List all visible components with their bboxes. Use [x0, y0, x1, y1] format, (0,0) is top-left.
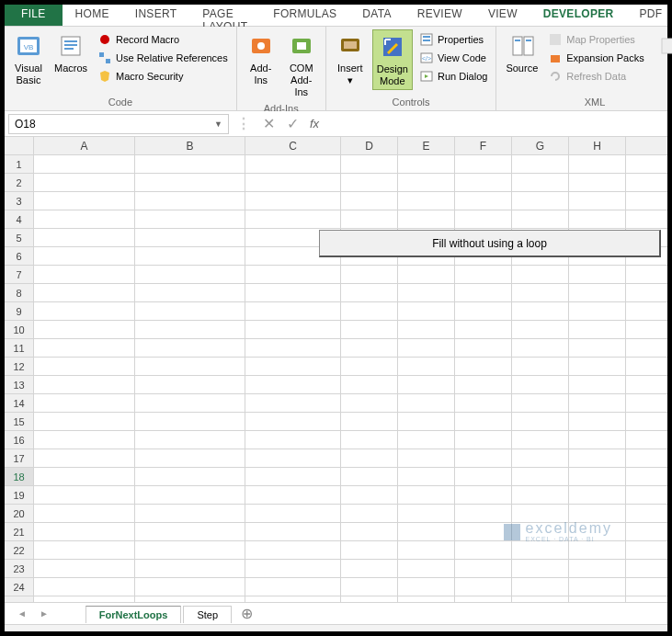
- cell[interactable]: [626, 596, 667, 602]
- col-header-g[interactable]: G: [512, 137, 569, 155]
- cell[interactable]: [512, 560, 569, 578]
- cell[interactable]: [135, 155, 245, 174]
- cell[interactable]: [398, 596, 455, 602]
- cell[interactable]: [569, 174, 626, 192]
- row-header[interactable]: 17: [5, 449, 34, 468]
- visual-basic-button[interactable]: VB VisualBasic: [10, 29, 47, 88]
- cell[interactable]: [626, 523, 667, 541]
- cell[interactable]: [569, 266, 626, 284]
- cell[interactable]: [245, 321, 341, 339]
- cell[interactable]: [626, 449, 667, 468]
- fill-without-loop-button[interactable]: Fill without using a loop: [319, 230, 661, 257]
- cell[interactable]: [34, 394, 135, 413]
- cell[interactable]: [569, 321, 626, 339]
- add-sheet-button[interactable]: ⊕: [233, 605, 260, 622]
- cell[interactable]: [135, 449, 245, 468]
- cell[interactable]: [626, 468, 667, 486]
- row-header[interactable]: 22: [5, 541, 34, 560]
- row-header[interactable]: 14: [5, 394, 34, 413]
- row-header[interactable]: 6: [5, 247, 34, 266]
- cell[interactable]: [398, 284, 455, 302]
- cell[interactable]: [455, 505, 512, 523]
- source-button[interactable]: Source: [502, 29, 541, 76]
- cell[interactable]: [398, 302, 455, 321]
- cell[interactable]: [341, 358, 398, 376]
- cell[interactable]: [398, 155, 455, 174]
- cell[interactable]: [135, 174, 245, 192]
- sheet-tab-fornextloops[interactable]: ForNextLoops: [85, 606, 182, 623]
- cell[interactable]: [135, 596, 245, 602]
- cell[interactable]: [569, 284, 626, 302]
- cell[interactable]: [135, 394, 245, 413]
- cell[interactable]: [626, 210, 667, 229]
- cell[interactable]: [34, 596, 135, 602]
- cell[interactable]: [398, 394, 455, 413]
- cell[interactable]: [34, 229, 135, 247]
- cell[interactable]: [626, 321, 667, 339]
- cancel-formula-button[interactable]: ✕: [258, 114, 279, 134]
- cell[interactable]: [341, 174, 398, 192]
- cell[interactable]: [512, 449, 569, 468]
- cell[interactable]: [245, 468, 341, 486]
- cell[interactable]: [245, 174, 341, 192]
- cell[interactable]: [626, 174, 667, 192]
- cell[interactable]: [245, 449, 341, 468]
- formula-input[interactable]: [326, 116, 664, 132]
- cell[interactable]: [569, 596, 626, 602]
- tab-file[interactable]: FILE: [5, 5, 63, 26]
- cell[interactable]: [245, 523, 341, 541]
- tab-review[interactable]: REVIEW: [404, 5, 475, 26]
- cell[interactable]: [34, 321, 135, 339]
- cell[interactable]: [341, 523, 398, 541]
- cell[interactable]: [245, 302, 341, 321]
- cell[interactable]: [455, 321, 512, 339]
- cell[interactable]: [512, 394, 569, 413]
- cell[interactable]: [569, 192, 626, 210]
- cell[interactable]: [34, 560, 135, 578]
- record-macro-button[interactable]: Record Macro: [95, 31, 231, 48]
- cell[interactable]: [341, 449, 398, 468]
- cell[interactable]: [341, 431, 398, 449]
- cell[interactable]: [34, 449, 135, 468]
- properties-button[interactable]: Properties: [416, 31, 490, 48]
- cell[interactable]: [569, 358, 626, 376]
- cell[interactable]: [34, 266, 135, 284]
- cell[interactable]: [455, 431, 512, 449]
- cell[interactable]: [512, 358, 569, 376]
- cell[interactable]: [569, 413, 626, 431]
- cell[interactable]: [626, 431, 667, 449]
- name-box[interactable]: O18 ▼: [8, 114, 229, 134]
- cell[interactable]: [512, 431, 569, 449]
- cell[interactable]: [626, 302, 667, 321]
- cell[interactable]: [245, 560, 341, 578]
- cell[interactable]: [398, 505, 455, 523]
- cell[interactable]: [135, 505, 245, 523]
- cell[interactable]: [245, 192, 341, 210]
- cell[interactable]: [512, 302, 569, 321]
- cell[interactable]: [626, 560, 667, 578]
- cell[interactable]: [135, 541, 245, 560]
- row-header[interactable]: 24: [5, 578, 34, 596]
- row-header[interactable]: 18: [5, 468, 34, 486]
- cell[interactable]: [398, 449, 455, 468]
- cell[interactable]: [626, 376, 667, 394]
- cell[interactable]: [341, 210, 398, 229]
- cell[interactable]: [398, 174, 455, 192]
- cell[interactable]: [626, 578, 667, 596]
- cell[interactable]: [512, 413, 569, 431]
- cell[interactable]: [512, 486, 569, 505]
- cell[interactable]: [569, 210, 626, 229]
- cell[interactable]: [245, 486, 341, 505]
- cell[interactable]: [398, 486, 455, 505]
- col-header-f[interactable]: F: [455, 137, 512, 155]
- cell[interactable]: [569, 431, 626, 449]
- cell[interactable]: [135, 229, 245, 247]
- cell[interactable]: [455, 486, 512, 505]
- cell[interactable]: [512, 155, 569, 174]
- tab-formulas[interactable]: FORMULAS: [260, 5, 349, 26]
- cell[interactable]: [245, 578, 341, 596]
- cell[interactable]: [34, 468, 135, 486]
- fx-icon[interactable]: fx: [306, 117, 323, 131]
- use-relative-button[interactable]: Use Relative References: [95, 50, 231, 66]
- cell[interactable]: [569, 468, 626, 486]
